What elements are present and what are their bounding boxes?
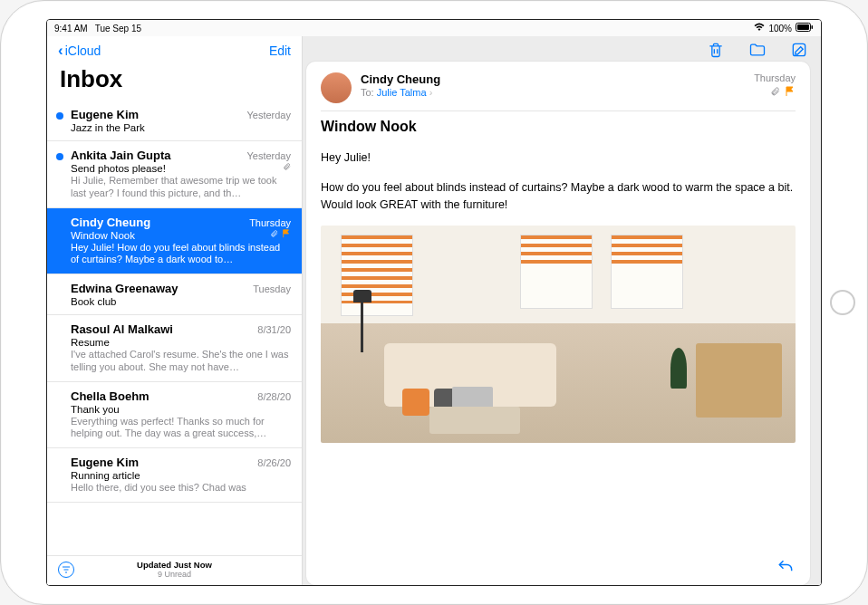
chevron-right-icon: › — [429, 87, 433, 98]
detail-toolbar — [303, 36, 821, 62]
sender-name: Rasoul Al Malkawi — [71, 322, 173, 336]
sender-name: Eugene Kim — [71, 456, 139, 469]
message-preview: Everything was perfect! Thanks so much f… — [71, 416, 291, 441]
detail-footer — [306, 552, 810, 585]
updated-label: Updated Just Now — [74, 560, 275, 570]
message-item[interactable]: Eugene KimYesterdayJazz in the Park — [47, 101, 302, 141]
sender-name: Cindy Cheung — [71, 216, 150, 229]
message-item[interactable]: Cindy CheungThursdayWindow NookHey Julie… — [47, 208, 302, 275]
from-name[interactable]: Cindy Cheung — [361, 72, 745, 86]
screen: 9:41 AM Tue Sep 15 100% ‹ iCloud — [46, 19, 822, 586]
flag-icon — [282, 229, 291, 240]
message-list-date: Thursday — [249, 217, 291, 228]
back-button[interactable]: ‹ iCloud — [58, 42, 101, 60]
message-header: Cindy Cheung To: Julie Talma › Thursday — [306, 62, 810, 110]
battery-icon — [796, 23, 814, 34]
avatar[interactable] — [321, 72, 352, 103]
paperclip-icon — [270, 229, 278, 240]
message-list-subject: Jazz in the Park — [71, 122, 145, 133]
home-button[interactable] — [830, 290, 855, 315]
status-time: 9:41 AM — [54, 24, 88, 34]
message-preview: Hey Julie! How do you feel about blinds … — [71, 242, 291, 267]
message-item[interactable]: Ankita Jain GuptaYesterdaySend photos pl… — [47, 141, 302, 208]
message-preview: I've attached Carol's resume. She's the … — [71, 349, 291, 374]
message-list-subject: Send photos please! — [71, 163, 166, 174]
sender-name: Ankita Jain Gupta — [71, 149, 171, 162]
message-list[interactable]: Eugene KimYesterdayJazz in the ParkAnkit… — [47, 101, 302, 555]
body-text: How do you feel about blinds instead of … — [321, 179, 796, 214]
message-list-date: Tuesday — [253, 283, 291, 294]
message-list-date: 8/26/20 — [257, 457, 291, 468]
sender-name: Edwina Greenaway — [71, 282, 178, 295]
reply-icon[interactable] — [776, 558, 796, 580]
message-list-date: 8/31/20 — [257, 324, 291, 335]
svg-rect-1 — [797, 24, 809, 30]
body-greeting: Hey Julie! — [321, 149, 796, 167]
sidebar-footer: Updated Just Now 9 Unread — [47, 555, 302, 585]
detail-pane: Cindy Cheung To: Julie Talma › Thursday — [303, 36, 821, 585]
to-label: To: — [361, 87, 374, 98]
chevron-left-icon: ‹ — [58, 42, 63, 60]
message-list-subject: Window Nook — [71, 230, 135, 241]
message-item[interactable]: Rasoul Al Malkawi8/31/20ResumeI've attac… — [47, 315, 302, 382]
message-item[interactable]: Eugene Kim8/26/20Running articleHello th… — [47, 448, 302, 503]
message-date: Thursday — [754, 72, 796, 83]
message-preview: Hello there, did you see this? Chad was — [71, 482, 291, 495]
message-list-subject: Book club — [71, 296, 117, 307]
sender-name: Chella Boehm — [71, 389, 149, 403]
message-list-subject: Resume — [71, 337, 110, 348]
status-date: Tue Sep 15 — [95, 24, 141, 34]
message-list-subject: Thank you — [71, 404, 120, 415]
compose-icon[interactable] — [790, 41, 808, 59]
to-name: Julie Talma — [377, 87, 427, 98]
filter-icon[interactable] — [58, 562, 74, 578]
unread-dot-icon — [56, 153, 63, 160]
back-label: iCloud — [65, 43, 101, 58]
edit-button[interactable]: Edit — [269, 43, 291, 58]
attachment-image[interactable] — [321, 226, 796, 443]
message-list-subject: Running article — [71, 470, 140, 481]
to-line[interactable]: To: Julie Talma › — [361, 87, 745, 98]
flag-icon — [785, 86, 796, 99]
trash-icon[interactable] — [707, 41, 725, 59]
message-subject: Window Nook — [306, 111, 810, 149]
message-list-date: Yesterday — [246, 150, 291, 161]
status-bar: 9:41 AM Tue Sep 15 100% — [47, 20, 821, 36]
folder-icon[interactable] — [748, 41, 767, 59]
message-item[interactable]: Chella Boehm8/28/20Thank youEverything w… — [47, 382, 302, 449]
app-body: ‹ iCloud Edit Inbox Eugene KimYesterdayJ… — [47, 36, 821, 585]
inbox-title: Inbox — [47, 62, 302, 101]
status-battery: 100% — [768, 24, 792, 34]
sidebar-nav: ‹ iCloud Edit — [47, 36, 302, 62]
ipad-frame: 9:41 AM Tue Sep 15 100% ‹ iCloud — [0, 0, 868, 605]
message-body[interactable]: Hey Julie! How do you feel about blinds … — [306, 149, 810, 552]
message-preview: Hi Julie, Remember that awesome trip we … — [71, 175, 291, 200]
svg-rect-2 — [812, 25, 814, 29]
paperclip-icon — [283, 162, 291, 173]
unread-count: 9 Unread — [74, 570, 275, 580]
message-list-date: Yesterday — [246, 110, 291, 120]
sender-name: Eugene Kim — [71, 108, 139, 121]
message-list-date: 8/28/20 — [257, 391, 291, 402]
wifi-icon — [754, 23, 765, 34]
unread-dot-icon — [56, 112, 63, 120]
sidebar: ‹ iCloud Edit Inbox Eugene KimYesterdayJ… — [47, 36, 303, 585]
message-item[interactable]: Edwina GreenawayTuesdayBook club — [47, 274, 302, 315]
footer-status: Updated Just Now 9 Unread — [74, 560, 275, 580]
message-card: Cindy Cheung To: Julie Talma › Thursday — [306, 62, 810, 585]
paperclip-icon — [770, 86, 780, 99]
